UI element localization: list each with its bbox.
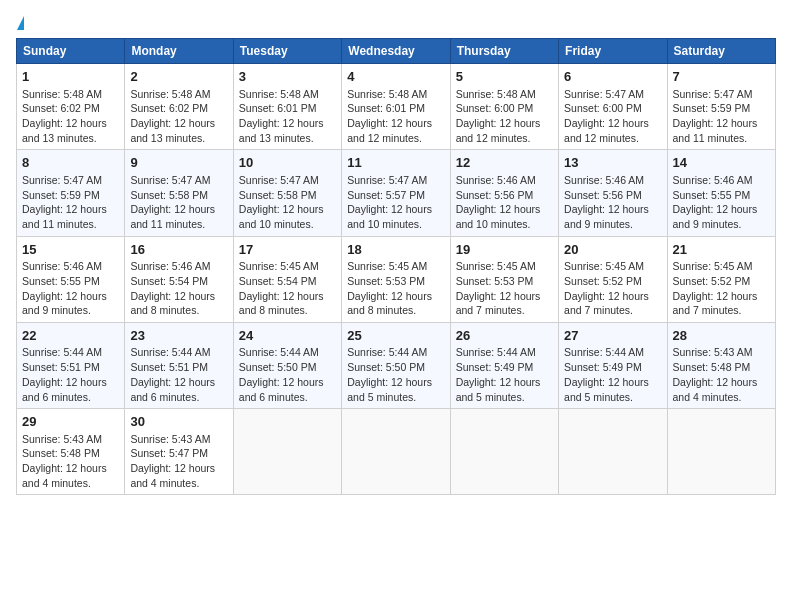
calendar-cell: 21Sunrise: 5:45 AM Sunset: 5:52 PM Dayli… <box>667 236 775 322</box>
day-number: 10 <box>239 154 336 172</box>
day-info: Sunrise: 5:48 AM Sunset: 6:01 PM Dayligh… <box>239 87 336 146</box>
calendar-week-2: 8Sunrise: 5:47 AM Sunset: 5:59 PM Daylig… <box>17 150 776 236</box>
calendar-cell: 25Sunrise: 5:44 AM Sunset: 5:50 PM Dayli… <box>342 322 450 408</box>
day-number: 26 <box>456 327 553 345</box>
day-info: Sunrise: 5:46 AM Sunset: 5:55 PM Dayligh… <box>22 259 119 318</box>
calendar-cell: 10Sunrise: 5:47 AM Sunset: 5:58 PM Dayli… <box>233 150 341 236</box>
day-number: 23 <box>130 327 227 345</box>
day-info: Sunrise: 5:48 AM Sunset: 6:01 PM Dayligh… <box>347 87 444 146</box>
calendar-week-3: 15Sunrise: 5:46 AM Sunset: 5:55 PM Dayli… <box>17 236 776 322</box>
calendar-cell: 22Sunrise: 5:44 AM Sunset: 5:51 PM Dayli… <box>17 322 125 408</box>
calendar-cell: 27Sunrise: 5:44 AM Sunset: 5:49 PM Dayli… <box>559 322 667 408</box>
calendar-cell: 26Sunrise: 5:44 AM Sunset: 5:49 PM Dayli… <box>450 322 558 408</box>
day-number: 8 <box>22 154 119 172</box>
weekday-header-thursday: Thursday <box>450 39 558 64</box>
day-info: Sunrise: 5:48 AM Sunset: 6:02 PM Dayligh… <box>22 87 119 146</box>
calendar-cell: 29Sunrise: 5:43 AM Sunset: 5:48 PM Dayli… <box>17 409 125 495</box>
page-header <box>16 16 776 30</box>
calendar-cell: 1Sunrise: 5:48 AM Sunset: 6:02 PM Daylig… <box>17 64 125 150</box>
weekday-header-saturday: Saturday <box>667 39 775 64</box>
day-info: Sunrise: 5:45 AM Sunset: 5:52 PM Dayligh… <box>564 259 661 318</box>
calendar-cell <box>450 409 558 495</box>
day-number: 15 <box>22 241 119 259</box>
day-info: Sunrise: 5:46 AM Sunset: 5:56 PM Dayligh… <box>564 173 661 232</box>
calendar-week-5: 29Sunrise: 5:43 AM Sunset: 5:48 PM Dayli… <box>17 409 776 495</box>
day-number: 16 <box>130 241 227 259</box>
calendar-header-row: SundayMondayTuesdayWednesdayThursdayFrid… <box>17 39 776 64</box>
day-number: 22 <box>22 327 119 345</box>
day-number: 14 <box>673 154 770 172</box>
day-info: Sunrise: 5:44 AM Sunset: 5:50 PM Dayligh… <box>239 345 336 404</box>
day-info: Sunrise: 5:46 AM Sunset: 5:56 PM Dayligh… <box>456 173 553 232</box>
weekday-header-friday: Friday <box>559 39 667 64</box>
day-number: 13 <box>564 154 661 172</box>
day-info: Sunrise: 5:44 AM Sunset: 5:51 PM Dayligh… <box>130 345 227 404</box>
day-info: Sunrise: 5:44 AM Sunset: 5:49 PM Dayligh… <box>564 345 661 404</box>
calendar-cell: 3Sunrise: 5:48 AM Sunset: 6:01 PM Daylig… <box>233 64 341 150</box>
day-info: Sunrise: 5:44 AM Sunset: 5:49 PM Dayligh… <box>456 345 553 404</box>
day-info: Sunrise: 5:43 AM Sunset: 5:48 PM Dayligh… <box>673 345 770 404</box>
calendar-cell: 18Sunrise: 5:45 AM Sunset: 5:53 PM Dayli… <box>342 236 450 322</box>
day-number: 28 <box>673 327 770 345</box>
day-number: 2 <box>130 68 227 86</box>
calendar-cell: 8Sunrise: 5:47 AM Sunset: 5:59 PM Daylig… <box>17 150 125 236</box>
calendar-cell: 15Sunrise: 5:46 AM Sunset: 5:55 PM Dayli… <box>17 236 125 322</box>
day-info: Sunrise: 5:47 AM Sunset: 5:57 PM Dayligh… <box>347 173 444 232</box>
day-info: Sunrise: 5:46 AM Sunset: 5:55 PM Dayligh… <box>673 173 770 232</box>
day-number: 4 <box>347 68 444 86</box>
day-number: 25 <box>347 327 444 345</box>
day-number: 19 <box>456 241 553 259</box>
calendar-cell: 14Sunrise: 5:46 AM Sunset: 5:55 PM Dayli… <box>667 150 775 236</box>
day-info: Sunrise: 5:45 AM Sunset: 5:52 PM Dayligh… <box>673 259 770 318</box>
day-number: 20 <box>564 241 661 259</box>
calendar-cell: 4Sunrise: 5:48 AM Sunset: 6:01 PM Daylig… <box>342 64 450 150</box>
calendar-week-1: 1Sunrise: 5:48 AM Sunset: 6:02 PM Daylig… <box>17 64 776 150</box>
day-info: Sunrise: 5:44 AM Sunset: 5:50 PM Dayligh… <box>347 345 444 404</box>
day-info: Sunrise: 5:43 AM Sunset: 5:48 PM Dayligh… <box>22 432 119 491</box>
day-info: Sunrise: 5:47 AM Sunset: 5:59 PM Dayligh… <box>22 173 119 232</box>
day-info: Sunrise: 5:45 AM Sunset: 5:54 PM Dayligh… <box>239 259 336 318</box>
day-number: 24 <box>239 327 336 345</box>
day-number: 27 <box>564 327 661 345</box>
calendar-cell: 19Sunrise: 5:45 AM Sunset: 5:53 PM Dayli… <box>450 236 558 322</box>
calendar-cell: 11Sunrise: 5:47 AM Sunset: 5:57 PM Dayli… <box>342 150 450 236</box>
weekday-header-tuesday: Tuesday <box>233 39 341 64</box>
day-number: 18 <box>347 241 444 259</box>
day-number: 11 <box>347 154 444 172</box>
day-number: 17 <box>239 241 336 259</box>
day-info: Sunrise: 5:48 AM Sunset: 6:02 PM Dayligh… <box>130 87 227 146</box>
calendar-cell <box>233 409 341 495</box>
day-number: 5 <box>456 68 553 86</box>
day-info: Sunrise: 5:45 AM Sunset: 5:53 PM Dayligh… <box>456 259 553 318</box>
calendar-cell <box>667 409 775 495</box>
calendar-cell <box>559 409 667 495</box>
day-info: Sunrise: 5:47 AM Sunset: 5:58 PM Dayligh… <box>239 173 336 232</box>
calendar-cell: 17Sunrise: 5:45 AM Sunset: 5:54 PM Dayli… <box>233 236 341 322</box>
calendar-cell: 2Sunrise: 5:48 AM Sunset: 6:02 PM Daylig… <box>125 64 233 150</box>
weekday-header-monday: Monday <box>125 39 233 64</box>
calendar-cell: 6Sunrise: 5:47 AM Sunset: 6:00 PM Daylig… <box>559 64 667 150</box>
day-number: 9 <box>130 154 227 172</box>
calendar-cell: 13Sunrise: 5:46 AM Sunset: 5:56 PM Dayli… <box>559 150 667 236</box>
weekday-header-wednesday: Wednesday <box>342 39 450 64</box>
logo-triangle-icon <box>17 16 24 30</box>
weekday-header-sunday: Sunday <box>17 39 125 64</box>
day-info: Sunrise: 5:48 AM Sunset: 6:00 PM Dayligh… <box>456 87 553 146</box>
day-number: 29 <box>22 413 119 431</box>
calendar-body: 1Sunrise: 5:48 AM Sunset: 6:02 PM Daylig… <box>17 64 776 495</box>
day-number: 1 <box>22 68 119 86</box>
day-number: 3 <box>239 68 336 86</box>
day-info: Sunrise: 5:46 AM Sunset: 5:54 PM Dayligh… <box>130 259 227 318</box>
day-number: 12 <box>456 154 553 172</box>
day-number: 6 <box>564 68 661 86</box>
calendar-cell: 7Sunrise: 5:47 AM Sunset: 5:59 PM Daylig… <box>667 64 775 150</box>
logo <box>16 16 24 30</box>
calendar-cell: 28Sunrise: 5:43 AM Sunset: 5:48 PM Dayli… <box>667 322 775 408</box>
calendar-cell <box>342 409 450 495</box>
calendar-cell: 30Sunrise: 5:43 AM Sunset: 5:47 PM Dayli… <box>125 409 233 495</box>
day-info: Sunrise: 5:47 AM Sunset: 5:59 PM Dayligh… <box>673 87 770 146</box>
calendar-cell: 12Sunrise: 5:46 AM Sunset: 5:56 PM Dayli… <box>450 150 558 236</box>
calendar-cell: 24Sunrise: 5:44 AM Sunset: 5:50 PM Dayli… <box>233 322 341 408</box>
calendar-cell: 5Sunrise: 5:48 AM Sunset: 6:00 PM Daylig… <box>450 64 558 150</box>
day-number: 21 <box>673 241 770 259</box>
